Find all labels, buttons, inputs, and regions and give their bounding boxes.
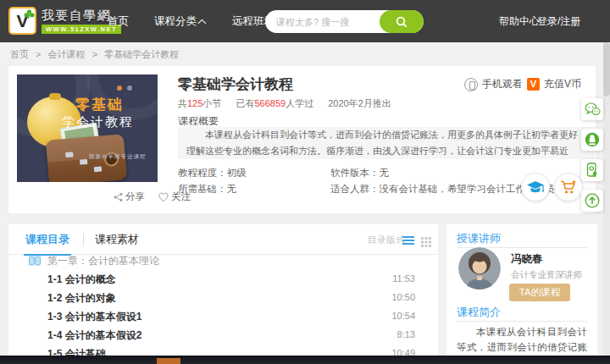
nav-course-categories[interactable]: 课程分类: [141, 0, 219, 42]
lesson-duration: 11:53: [392, 273, 415, 284]
instructor-avatar[interactable]: [458, 247, 501, 290]
release-date: 2020年2月推出: [328, 98, 391, 108]
lesson-duration: 8:13: [397, 329, 415, 339]
qq-contact-button[interactable]: [581, 129, 603, 151]
wechat-share-button[interactable]: [581, 98, 603, 120]
nav-home[interactable]: 首页: [95, 0, 141, 42]
section-count: 125: [187, 98, 202, 108]
meta-software: 软件版本：无: [330, 167, 389, 179]
add-to-cart-button[interactable]: [554, 173, 583, 201]
qq-icon: [585, 132, 600, 147]
help-center-link[interactable]: 帮助中心: [499, 0, 540, 42]
layout-style-label: 目录版式: [368, 224, 405, 255]
breadcrumb-separator: >: [92, 49, 97, 59]
study-plan-button[interactable]: [521, 173, 550, 201]
catalog-tabbar: 课程目录 课程素材 目录版式: [8, 224, 438, 255]
course-summary: 本课程从会计科目到会计等式，进而到会计的借贷记账法，用更多的具体例子让初学者更好…: [178, 127, 595, 159]
meta-level: 教程程度：初级: [178, 167, 247, 179]
mobile-watch-button[interactable]: 手机观看: [464, 77, 523, 91]
arrow-up-circle-icon: [585, 193, 600, 208]
graduation-cap-icon: [526, 179, 545, 196]
tab-course-catalog[interactable]: 课程目录: [25, 224, 69, 255]
cart-plus-icon: [560, 179, 577, 196]
search-box: [265, 10, 424, 33]
mobile-app-icon: [585, 163, 599, 178]
learner-count: 566859: [254, 98, 286, 108]
search-button[interactable]: [380, 10, 424, 33]
share-icon: [114, 192, 123, 202]
book-icon: [29, 256, 41, 266]
back-to-top-button[interactable]: [581, 190, 603, 212]
lesson-row[interactable]: 1-2 会计的对象 10:50: [8, 289, 438, 307]
share-button[interactable]: 分享: [114, 190, 145, 203]
mobile-app-button[interactable]: [581, 159, 603, 181]
page-title: 零基础学会计教程: [178, 74, 293, 94]
instructor-card: 授课讲师 冯晓春 会计专业资深讲师 TA的课程 课程简介 本课程从会计科目到会计…: [446, 224, 597, 364]
cover-title-line1: 零基础: [75, 95, 124, 114]
breadcrumb-separator: >: [36, 49, 41, 59]
instructor-title: 会计专业资深讲师: [511, 269, 582, 281]
lesson-duration: 10:54: [391, 311, 415, 321]
lesson-duration: 10:50: [391, 292, 415, 302]
wechat-icon: [585, 102, 601, 116]
cover-caption: 我要自学网专业课程: [89, 153, 147, 161]
search-icon: [395, 15, 408, 29]
breadcrumb: 首页 > 会计课程 > 零基础学会计教程: [10, 42, 179, 66]
cover-title-line2: 学会计教程: [62, 114, 134, 130]
course-catalog-card: 课程目录 课程素材 目录版式 第一章：会计的基本理论 1-1 会计的概念 11:…: [8, 224, 438, 364]
chapter-title: 第一章：会计的基本理论: [47, 254, 159, 268]
breadcrumb-current: 零基础学会计教程: [104, 49, 179, 59]
share-follow-row: 分享 关注: [114, 190, 204, 203]
clover-icon: [24, 9, 35, 19]
taskbar: [0, 356, 610, 364]
search-input[interactable]: [265, 17, 380, 27]
grid-view-icon[interactable]: [421, 235, 431, 251]
instructor-name: 冯晓春: [511, 252, 543, 267]
cover-decor-dot: [117, 85, 122, 91]
vcoin-icon: V: [527, 78, 540, 91]
login-register-link[interactable]: 登录/注册: [537, 0, 580, 42]
intro-heading: 课程简介: [457, 305, 501, 320]
instructor-heading: 授课讲师: [457, 231, 501, 246]
chapter-row[interactable]: 第一章：会计的基本理论: [8, 251, 438, 270]
breadcrumb-home[interactable]: 首页: [10, 49, 29, 59]
follow-button[interactable]: 关注: [158, 190, 191, 203]
lesson-row[interactable]: 1-1 会计的概念 11:53: [8, 270, 438, 289]
phone-icon: [464, 78, 478, 91]
scrollbar-thumb[interactable]: [603, 42, 610, 97]
divider: [457, 321, 587, 322]
course-header-card: 零基础 学会计教程 我要自学网专业课程 零基础学会计教程 共125小节 已有56…: [8, 66, 596, 213]
taskbar-app-indicator[interactable]: [157, 358, 180, 364]
cover-decor-dot: [127, 85, 132, 91]
tab-course-materials[interactable]: 课程素材: [95, 224, 139, 255]
breadcrumb-category[interactable]: 会计课程: [48, 49, 86, 59]
lesson-row[interactable]: 1-4 会计的基本假设2 8:13: [8, 326, 438, 345]
heart-icon: [158, 192, 169, 202]
chevron-up-icon: [197, 19, 206, 28]
lesson-row[interactable]: 1-3 会计的基本假设1 10:54: [8, 307, 438, 326]
tab-divider: [83, 234, 84, 245]
list-view-icon[interactable]: [402, 236, 414, 245]
recharge-vcoin-button[interactable]: V 充值V币: [527, 77, 581, 91]
logo-v-icon: V: [8, 7, 36, 35]
course-stats: 共125小节 已有566859人学过 2020年2月推出: [178, 97, 403, 110]
course-cover-image[interactable]: 零基础 学会计教程 我要自学网专业课程: [17, 74, 158, 182]
instructor-courses-button[interactable]: TA的课程: [509, 284, 570, 301]
top-navbar: V 我要自學網 WWW.51ZXW.NET 首页 课程分类 远程班培训 商城 帮…: [0, 0, 610, 42]
